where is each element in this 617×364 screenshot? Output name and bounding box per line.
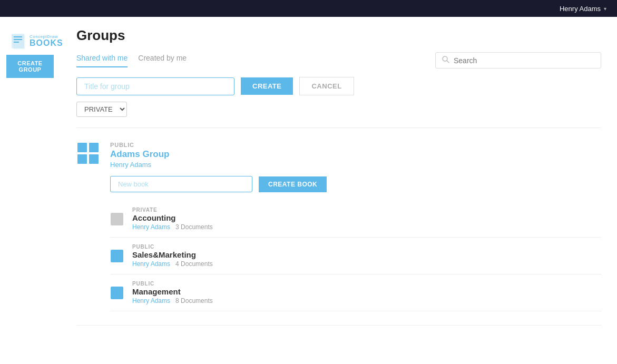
group-visibility-label: PUBLIC [110, 142, 601, 148]
create-group-form: CREATE CANCEL [76, 77, 601, 95]
top-bar: Henry Adams ▾ [0, 0, 617, 17]
tabs: Shared with me Created by me [76, 54, 187, 67]
sidebar: ConceptDraw BOOKS CREATE GROUP [0, 17, 61, 364]
book-doc-count: 4 Documents [175, 260, 213, 268]
create-book-button[interactable]: CREATE BOOK [259, 176, 327, 192]
logo-bottom: BOOKS [30, 39, 63, 47]
book-author: Henry Adams [132, 260, 170, 268]
book-author: Henry Adams [132, 297, 170, 304]
book-icon-public-sales [110, 249, 124, 263]
tab-shared-with-me[interactable]: Shared with me [76, 54, 128, 67]
svg-rect-6 [111, 213, 123, 225]
book-visibility: PUBLIC [132, 244, 601, 250]
privacy-select[interactable]: PRIVATE PUBLIC [76, 102, 127, 117]
create-group-button[interactable]: CREATE GROUP [6, 55, 54, 78]
book-icon-private [110, 212, 124, 226]
dropdown-arrow: ▾ [604, 6, 606, 12]
user-menu[interactable]: Henry Adams ▾ [560, 5, 606, 13]
search-input[interactable] [454, 56, 594, 65]
svg-rect-2 [77, 143, 87, 152]
group-section: PUBLIC Adams Group Henry Adams CREATE BO… [76, 136, 601, 317]
book-name[interactable]: Sales&Marketing [132, 250, 601, 259]
logo[interactable]: ConceptDraw BOOKS [11, 33, 63, 50]
book-doc-count: 8 Documents [175, 297, 213, 304]
search-icon [442, 56, 449, 65]
group-header: PUBLIC Adams Group Henry Adams [76, 142, 601, 169]
book-meta: Henry Adams 3 Documents [132, 223, 601, 231]
logo-area: ConceptDraw BOOKS [0, 27, 61, 55]
group-icon [76, 142, 100, 165]
svg-rect-8 [111, 287, 123, 299]
book-item: PUBLIC Sales&Marketing Henry Adams 4 Doc… [110, 238, 601, 274]
section-divider [76, 127, 601, 128]
new-book-row: CREATE BOOK [110, 176, 601, 192]
svg-rect-4 [77, 154, 87, 164]
bottom-divider [76, 325, 601, 326]
group-info: PUBLIC Adams Group Henry Adams [110, 142, 601, 169]
book-details: PUBLIC Sales&Marketing Henry Adams 4 Doc… [132, 244, 601, 268]
logo-icon [11, 33, 25, 50]
svg-line-1 [447, 61, 449, 63]
book-meta: Henry Adams 4 Documents [132, 260, 601, 268]
book-details: PRIVATE Accounting Henry Adams 3 Documen… [132, 207, 601, 231]
page-title: Groups [76, 27, 601, 44]
top-row: Shared with me Created by me [76, 52, 601, 68]
main-layout: ConceptDraw BOOKS CREATE GROUP Groups Sh… [0, 17, 617, 364]
book-list: PRIVATE Accounting Henry Adams 3 Documen… [110, 201, 601, 311]
book-author: Henry Adams [132, 223, 170, 231]
svg-rect-5 [89, 154, 99, 164]
tab-created-by-me[interactable]: Created by me [138, 54, 187, 67]
book-name[interactable]: Management [132, 287, 601, 296]
group-owner: Henry Adams [110, 161, 601, 169]
book-icon-public-management [110, 286, 124, 300]
book-meta: Henry Adams 8 Documents [132, 297, 601, 304]
book-visibility: PRIVATE [132, 207, 601, 213]
user-name: Henry Adams [560, 5, 601, 13]
book-item: PUBLIC Management Henry Adams 8 Document… [110, 274, 601, 311]
svg-rect-7 [111, 250, 123, 262]
cancel-button[interactable]: CANCEL [299, 77, 354, 95]
group-title-input[interactable] [76, 77, 234, 95]
search-box [435, 52, 601, 68]
content-area: Groups Shared with me Created by me [61, 17, 617, 364]
create-button[interactable]: CREATE [241, 77, 293, 95]
book-item: PRIVATE Accounting Henry Adams 3 Documen… [110, 201, 601, 238]
group-name[interactable]: Adams Group [110, 149, 601, 160]
logo-text: ConceptDraw BOOKS [30, 35, 63, 47]
svg-rect-3 [89, 143, 99, 152]
book-name[interactable]: Accounting [132, 213, 601, 222]
book-visibility: PUBLIC [132, 281, 601, 287]
new-book-input[interactable] [110, 176, 252, 192]
book-details: PUBLIC Management Henry Adams 8 Document… [132, 281, 601, 304]
book-doc-count: 3 Documents [175, 223, 213, 231]
